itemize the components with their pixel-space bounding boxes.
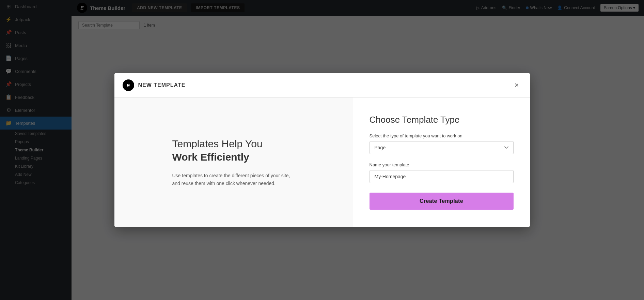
choose-template-type-heading: Choose Template Type <box>370 115 514 125</box>
modal-header: E NEW TEMPLATE × <box>114 73 530 97</box>
modal-description: Use templates to create the different pi… <box>172 172 295 187</box>
template-name-label: Name your template <box>370 162 514 167</box>
modal-right-panel: Choose Template Type Select the type of … <box>353 97 530 227</box>
modal-title: NEW TEMPLATE <box>138 82 186 88</box>
modal-heading: Templates Help You Work Efficiently <box>172 137 295 164</box>
modal-logo: E <box>123 79 134 91</box>
create-template-button[interactable]: Create Template <box>370 193 514 210</box>
template-type-select[interactable]: Page Section Header Footer Single Archiv… <box>370 141 514 154</box>
modal-left-panel: Templates Help You Work Efficiently Use … <box>114 97 353 227</box>
template-type-label: Select the type of template you want to … <box>370 133 514 138</box>
modal-left-content: Templates Help You Work Efficiently Use … <box>172 137 295 187</box>
modal-close-button[interactable]: × <box>512 80 522 90</box>
new-template-modal: E NEW TEMPLATE × Templates Help You Work… <box>114 73 530 227</box>
modal-body: Templates Help You Work Efficiently Use … <box>114 97 530 227</box>
modal-overlay: E NEW TEMPLATE × Templates Help You Work… <box>0 0 644 300</box>
template-name-input[interactable] <box>370 170 514 183</box>
